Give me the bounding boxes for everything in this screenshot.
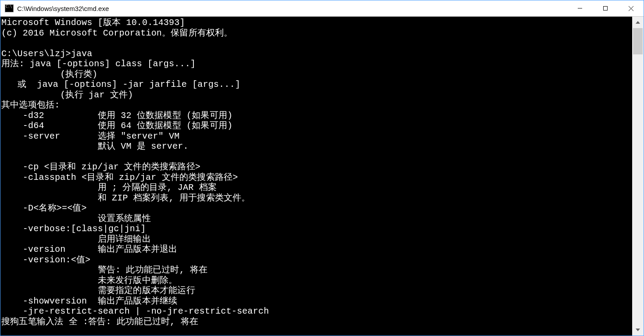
console-line: -D<名称>=<值>	[1, 203, 632, 214]
svg-marker-4	[636, 21, 640, 24]
console-line: 默认 VM 是 server.	[1, 141, 632, 152]
svg-marker-5	[636, 329, 640, 331]
console-line: 启用详细输出	[1, 234, 632, 245]
cmd-icon	[5, 4, 14, 12]
console-line: Microsoft Windows [版本 10.0.14393]	[1, 18, 632, 28]
console-line: -showversion 输出产品版本并继续	[1, 296, 632, 307]
scroll-thumb[interactable]	[633, 28, 643, 54]
client-area: Microsoft Windows [版本 10.0.14393](c) 201…	[0, 17, 644, 336]
console-line: 或 java [-options] -jar jarfile [args...]	[1, 79, 632, 90]
console-output[interactable]: Microsoft Windows [版本 10.0.14393](c) 201…	[0, 17, 632, 336]
cmd-window: C:\Windows\system32\cmd.exe Microsoft Wi…	[0, 0, 644, 336]
console-line: -d32 使用 32 位数据模型 (如果可用)	[1, 111, 632, 121]
scroll-up-button[interactable]	[632, 17, 644, 28]
console-line: 搜狗五笔输入法 全 :答告: 此功能已过时, 将在	[1, 317, 632, 327]
chevron-down-icon	[636, 329, 640, 331]
console-line: -server 选择 "server" VM	[1, 131, 632, 142]
console-line: 需要指定的版本才能运行	[1, 286, 632, 296]
console-line: -version:<值>	[1, 255, 632, 265]
console-line: 用法: java [-options] class [args...]	[1, 59, 632, 69]
close-icon	[628, 6, 634, 11]
console-line: C:\Users\lzj>java	[1, 49, 632, 59]
svg-rect-1	[604, 7, 608, 11]
console-line: -classpath <目录和 zip/jar 文件的类搜索路径>	[1, 172, 632, 183]
console-line	[1, 152, 632, 162]
maximize-icon	[603, 6, 608, 11]
console-line: (执行类)	[1, 69, 632, 80]
console-line: 和 ZIP 档案列表, 用于搜索类文件。	[1, 193, 632, 204]
console-line: 未来发行版中删除。	[1, 275, 632, 286]
console-line: (执行 jar 文件)	[1, 90, 632, 100]
vertical-scrollbar[interactable]	[632, 17, 644, 336]
window-title: C:\Windows\system32\cmd.exe	[17, 5, 109, 12]
titlebar[interactable]: C:\Windows\system32\cmd.exe	[0, 0, 644, 17]
console-line	[1, 38, 632, 49]
window-controls	[567, 0, 644, 16]
chevron-up-icon	[636, 21, 640, 24]
console-line: -version 输出产品版本并退出	[1, 244, 632, 255]
console-line: 其中选项包括:	[1, 100, 632, 111]
console-line: -cp <目录和 zip/jar 文件的类搜索路径>	[1, 162, 632, 172]
close-button[interactable]	[618, 0, 644, 16]
minimize-button[interactable]	[567, 0, 593, 16]
console-line: (c) 2016 Microsoft Corporation。保留所有权利。	[1, 28, 632, 39]
console-line: 设置系统属性	[1, 214, 632, 224]
console-line: 用 ; 分隔的目录, JAR 档案	[1, 182, 632, 193]
scroll-down-button[interactable]	[632, 324, 644, 336]
console-line: -verbose:[class|gc|jni]	[1, 224, 632, 234]
minimize-icon	[577, 6, 583, 11]
console-line: 警告: 此功能已过时, 将在	[1, 265, 632, 275]
console-line: -d64 使用 64 位数据模型 (如果可用)	[1, 121, 632, 131]
maximize-button[interactable]	[593, 0, 618, 16]
console-line: -jre-restrict-search | -no-jre-restrict-…	[1, 306, 632, 317]
